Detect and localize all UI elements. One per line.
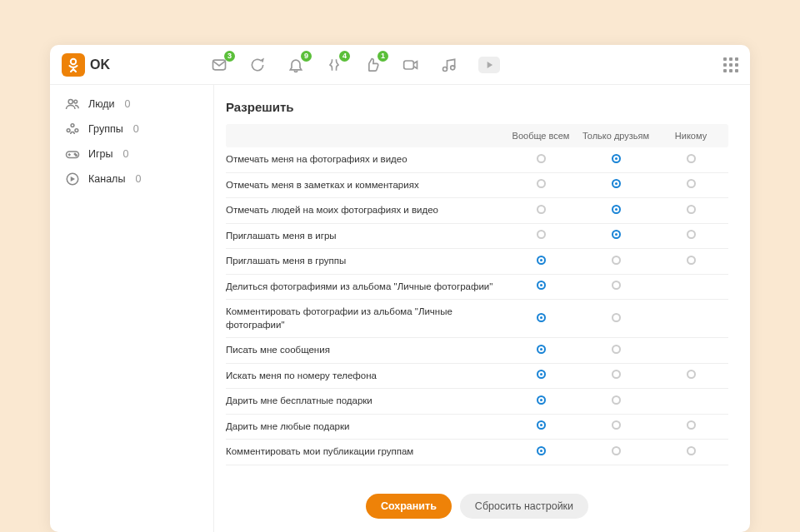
- sidebar-item-count: 0: [133, 123, 139, 135]
- permissions-header: Вообще всем Только друзьям Никому: [226, 124, 728, 147]
- radio-option[interactable]: [612, 345, 621, 354]
- people-icon: [65, 97, 80, 112]
- permission-row: Отмечать людей на моих фотографиях и вид…: [226, 198, 728, 224]
- col-nobody: Никому: [653, 131, 728, 141]
- radio-option[interactable]: [687, 370, 696, 379]
- video-call-icon[interactable]: [402, 56, 420, 74]
- svg-point-5: [68, 99, 72, 103]
- radio-option[interactable]: [612, 230, 621, 239]
- channels-icon: [65, 172, 80, 186]
- guests-icon[interactable]: 4: [325, 56, 343, 74]
- permission-label: Приглашать меня в группы: [226, 255, 503, 268]
- svg-rect-2: [404, 61, 414, 69]
- radio-option[interactable]: [537, 154, 546, 163]
- radio-option[interactable]: [612, 370, 621, 379]
- radio-option[interactable]: [537, 256, 546, 265]
- sidebar-item-games[interactable]: Игры 0: [58, 142, 213, 167]
- save-button[interactable]: Сохранить: [366, 494, 452, 519]
- video-icon[interactable]: [478, 57, 500, 73]
- radio-option[interactable]: [687, 179, 696, 188]
- music-icon[interactable]: [440, 56, 458, 74]
- radio-option[interactable]: [687, 154, 696, 163]
- messages-icon[interactable]: 3: [210, 56, 228, 74]
- radio-option[interactable]: [537, 446, 546, 455]
- svg-point-8: [67, 129, 70, 132]
- radio-option[interactable]: [537, 395, 546, 405]
- radio-option[interactable]: [537, 230, 546, 239]
- header: OK 3 9 4 1: [50, 45, 750, 85]
- radio-option[interactable]: [537, 313, 546, 322]
- reset-button[interactable]: Сбросить настройки: [460, 494, 588, 519]
- app-window: OK 3 9 4 1: [50, 45, 750, 532]
- sidebar-item-label: Группы: [88, 123, 123, 135]
- radio-option[interactable]: [612, 395, 621, 405]
- col-friends: Только друзьям: [578, 131, 653, 141]
- radio-option[interactable]: [537, 420, 546, 430]
- guests-badge: 4: [339, 51, 350, 62]
- permissions-table: Отмечать меня на фотографиях и видеоОтме…: [226, 147, 728, 465]
- permission-row: Комментировать мои публикации группам: [226, 440, 728, 465]
- sidebar-item-channels[interactable]: Каналы 0: [58, 167, 213, 191]
- sidebar-item-count: 0: [135, 173, 141, 185]
- permission-row: Приглашать меня в группы: [226, 249, 728, 275]
- permission-row: Искать меня по номеру телефона: [226, 364, 728, 390]
- logo[interactable]: OK: [62, 53, 110, 77]
- permission-label: Комментировать мои публикации группам: [226, 445, 503, 459]
- radio-option[interactable]: [612, 154, 621, 163]
- radio-option[interactable]: [687, 256, 696, 265]
- permission-row: Делиться фотографиями из альбома "Личные…: [226, 275, 728, 301]
- permission-label: Дарить мне бесплатные подарки: [226, 395, 503, 408]
- svg-point-9: [75, 129, 78, 132]
- radio-option[interactable]: [537, 370, 546, 379]
- permission-label: Приглашать меня в игры: [226, 230, 503, 243]
- svg-point-12: [76, 155, 78, 157]
- radio-option[interactable]: [537, 281, 546, 290]
- radio-option[interactable]: [537, 179, 546, 188]
- radio-option[interactable]: [687, 205, 696, 214]
- logo-text: OK: [90, 57, 110, 72]
- svg-point-7: [71, 124, 74, 127]
- permission-label: Искать меня по номеру телефона: [226, 370, 503, 383]
- sidebar-item-count: 0: [125, 98, 131, 110]
- radio-option[interactable]: [612, 420, 621, 430]
- permission-row: Дарить мне бесплатные подарки: [226, 389, 728, 415]
- likes-icon[interactable]: 1: [363, 56, 382, 74]
- radio-option[interactable]: [612, 281, 621, 290]
- sidebar-item-label: Каналы: [88, 173, 125, 185]
- radio-option[interactable]: [537, 345, 546, 354]
- sidebar-item-people[interactable]: Люди 0: [58, 92, 213, 117]
- svg-point-6: [74, 100, 78, 103]
- apps-menu-icon[interactable]: [723, 57, 738, 72]
- permission-row: Отмечать меня на фотографиях и видео: [226, 147, 728, 173]
- radio-option[interactable]: [687, 446, 696, 455]
- permission-row: Дарить мне любые подарки: [226, 415, 728, 440]
- radio-option[interactable]: [612, 205, 621, 214]
- permission-label: Дарить мне любые подарки: [226, 420, 503, 434]
- svg-point-0: [71, 58, 76, 63]
- permission-label: Делиться фотографиями из альбома "Личные…: [226, 281, 503, 294]
- ok-logo-icon: [62, 53, 85, 77]
- radio-option[interactable]: [612, 256, 621, 265]
- radio-option[interactable]: [537, 205, 546, 214]
- section-title-permissions: Разрешить: [226, 100, 728, 114]
- permission-label: Писать мне сообщения: [226, 344, 503, 357]
- radio-option[interactable]: [612, 446, 621, 455]
- radio-option[interactable]: [612, 179, 621, 188]
- radio-option[interactable]: [687, 230, 696, 239]
- permission-label: Отмечать людей на моих фотографиях и вид…: [226, 204, 503, 217]
- messages-badge: 3: [224, 51, 235, 62]
- footer-actions: Сохранить Сбросить настройки: [226, 482, 728, 532]
- notifications-icon[interactable]: 9: [287, 56, 305, 74]
- permission-row: Писать мне сообщения: [226, 338, 728, 364]
- permission-label: Отмечать меня на фотографиях и видео: [226, 153, 503, 167]
- radio-option[interactable]: [687, 420, 696, 430]
- sidebar-item-label: Игры: [88, 148, 112, 160]
- discussions-icon[interactable]: [248, 56, 267, 74]
- permission-row: Приглашать меня в игры: [226, 224, 728, 250]
- sidebar-item-groups[interactable]: Группы 0: [58, 117, 213, 142]
- permission-label: Комментировать фотографии из альбома "Ли…: [226, 306, 503, 331]
- permission-label: Отмечать меня в заметках и комментариях: [226, 179, 503, 192]
- permission-row: Комментировать фотографии из альбома "Ли…: [226, 300, 728, 338]
- radio-option[interactable]: [612, 313, 621, 322]
- main-content: Разрешить Вообще всем Только друзьям Ник…: [213, 85, 750, 532]
